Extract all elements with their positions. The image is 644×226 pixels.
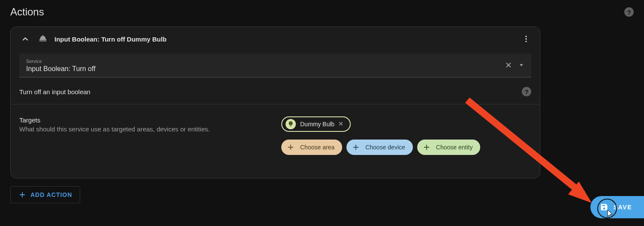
dropdown-icon[interactable] [518,62,524,69]
svg-point-0 [525,36,527,37]
help-icon[interactable]: ? [624,7,634,17]
collapse-toggle[interactable] [19,33,31,45]
service-bell-icon [38,34,48,44]
save-button[interactable]: SAVE [590,196,644,218]
choose-device-button[interactable]: Choose device [346,140,413,155]
add-action-label: ADD ACTION [30,191,72,198]
choose-entity-button[interactable]: Choose entity [417,140,481,155]
target-entity-label: Dummy Bulb [300,121,334,128]
service-select[interactable]: Service Input Boolean: Turn off [19,54,531,77]
service-description: Turn off an input boolean [19,88,90,95]
more-options-button[interactable] [520,33,532,45]
plus-icon [286,142,296,152]
svg-marker-5 [520,64,523,66]
svg-point-2 [525,41,527,42]
service-value: Input Boolean: Turn off [26,65,96,73]
choose-entity-label: Choose entity [436,144,473,151]
targets-title: Targets [19,116,274,124]
targets-description: What should this service use as targeted… [19,125,274,133]
choose-device-label: Choose device [365,144,405,151]
section-title: Actions [10,6,44,18]
target-entity-chip[interactable]: Dummy Bulb [281,116,351,132]
add-action-button[interactable]: ADD ACTION [10,186,80,203]
clear-service-icon[interactable] [505,61,512,70]
service-help-icon[interactable]: ? [522,87,531,96]
save-label: SAVE [614,204,632,211]
choose-area-label: Choose area [300,144,334,151]
plus-icon [421,142,432,152]
action-card: Input Boolean: Turn off Dummy Bulb Servi… [10,27,540,178]
lightbulb-icon [286,119,296,129]
choose-area-button[interactable]: Choose area [281,140,342,155]
service-label: Service [26,59,96,64]
svg-point-1 [525,38,527,39]
remove-target-icon[interactable] [338,121,344,128]
plus-icon [351,142,361,152]
action-title: Input Boolean: Turn off Dummy Bulb [54,36,166,43]
save-icon [600,203,608,211]
